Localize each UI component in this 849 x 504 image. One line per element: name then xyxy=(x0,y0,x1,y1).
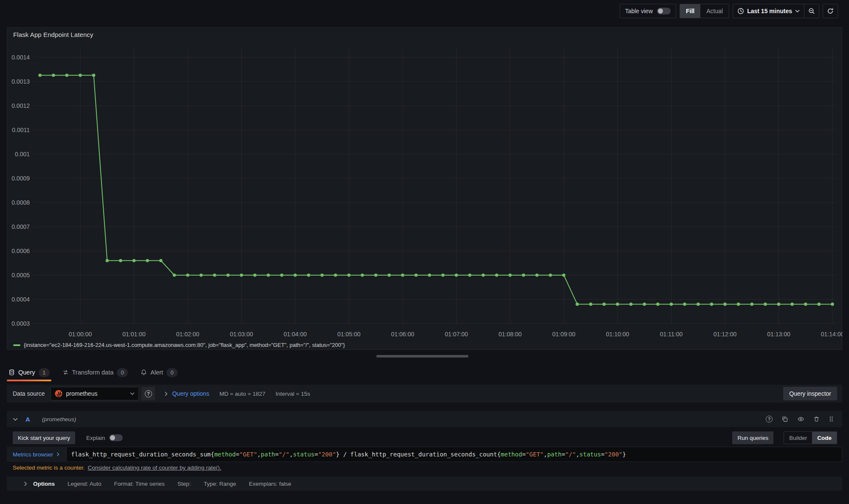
drag-handle[interactable] xyxy=(829,416,834,422)
bell-icon xyxy=(141,369,147,376)
svg-text:01:07:00: 01:07:00 xyxy=(445,331,468,338)
toggle-visibility-button[interactable] xyxy=(797,416,804,422)
toggle-knob xyxy=(658,8,663,14)
editor-tabs: Query 1 Transform data 0 Alert 0 xyxy=(8,363,178,381)
option-format: Format: Time series xyxy=(114,481,165,487)
tab-label: Query xyxy=(18,369,35,376)
svg-text:01:10:00: 01:10:00 xyxy=(606,331,629,338)
query-row-header[interactable]: A (prometheus) ? xyxy=(7,411,842,427)
transform-icon xyxy=(62,369,69,376)
metrics-browser-toggle[interactable]: Metrics browser xyxy=(7,447,66,462)
table-view-toggle[interactable] xyxy=(657,8,671,14)
chevron-right-icon xyxy=(24,481,27,486)
chevron-right-icon xyxy=(56,452,59,456)
grafana-panel-editor: Table view Fill Actual Last 15 minutes xyxy=(0,0,849,504)
chevron-down-icon xyxy=(795,9,800,13)
fill-option[interactable]: Fill xyxy=(680,4,700,18)
legend-item[interactable]: {instance="ec2-184-169-216-224.us-west-1… xyxy=(13,342,345,348)
svg-text:0.0003: 0.0003 xyxy=(11,320,30,327)
option-legend: Legend: Auto xyxy=(68,481,102,487)
svg-text:01:05:00: 01:05:00 xyxy=(337,331,361,338)
counter-warning: Selected metric is a counter. Consider c… xyxy=(13,465,221,471)
datasource-help-button[interactable]: ? xyxy=(141,387,155,400)
trash-icon xyxy=(813,416,820,422)
metrics-browser-label: Metrics browser xyxy=(13,451,53,458)
svg-text:0.0013: 0.0013 xyxy=(11,78,30,85)
svg-text:01:12:00: 01:12:00 xyxy=(714,331,737,338)
time-range-picker[interactable]: Last 15 minutes xyxy=(733,4,804,18)
zoom-out-icon xyxy=(808,8,815,14)
eye-icon xyxy=(797,416,804,422)
refresh-button[interactable] xyxy=(823,4,838,18)
clock-icon xyxy=(737,8,744,14)
svg-text:01:02:00: 01:02:00 xyxy=(176,331,200,338)
time-picker-group: Last 15 minutes xyxy=(733,4,819,18)
kickstart-query-button[interactable]: Kick start your query xyxy=(13,431,75,444)
svg-text:0.0014: 0.0014 xyxy=(11,54,30,61)
table-view-control: Table view xyxy=(620,4,676,18)
legend-series-swatch xyxy=(13,344,20,346)
svg-text:01:09:00: 01:09:00 xyxy=(552,331,575,338)
promql-editor-row: Metrics browser flask_http_request_durat… xyxy=(7,447,842,462)
svg-text:01:08:00: 01:08:00 xyxy=(499,331,522,338)
query-options-toggle[interactable]: Query options xyxy=(164,390,209,397)
tab-label: Alert xyxy=(150,369,163,376)
builder-mode-option[interactable]: Builder xyxy=(784,432,812,444)
tab-label: Transform data xyxy=(72,369,114,376)
delete-query-button[interactable] xyxy=(813,416,820,422)
svg-text:0.0011: 0.0011 xyxy=(12,127,30,133)
tab-query[interactable]: Query 1 xyxy=(8,363,50,381)
legend-series-label: {instance="ec2-184-169-216-224.us-west-1… xyxy=(24,342,345,348)
query-inspector-button[interactable]: Query inspector xyxy=(783,387,837,400)
query-options-collapsed-row[interactable]: Options Legend: Auto Format: Time series… xyxy=(7,476,842,491)
svg-text:01:01:00: 01:01:00 xyxy=(122,331,146,338)
query-help-button[interactable]: ? xyxy=(766,416,773,422)
datasource-name: prometheus xyxy=(66,390,127,397)
promql-expression-input[interactable]: flask_http_request_duration_seconds_sum{… xyxy=(66,447,842,462)
options-label: Options xyxy=(33,481,55,487)
datasource-row: Data source prometheus ? Query options M… xyxy=(7,385,842,403)
option-step: Step: xyxy=(178,481,191,487)
svg-text:0.0009: 0.0009 xyxy=(11,175,30,182)
interval-value: Interval = 15s xyxy=(276,391,310,397)
tab-alert[interactable]: Alert 0 xyxy=(141,363,178,381)
time-range-label: Last 15 minutes xyxy=(747,8,792,14)
collapse-chevron-icon[interactable] xyxy=(13,417,18,421)
refresh-group xyxy=(823,4,838,18)
timeseries-chart[interactable]: 01:00:0001:01:0001:02:0001:03:0001:04:00… xyxy=(7,39,843,341)
code-mode-option[interactable]: Code xyxy=(812,432,837,444)
duplicate-query-button[interactable] xyxy=(781,416,788,422)
chevron-right-icon xyxy=(164,391,168,396)
timeseries-panel: Flask App Endpoint Latency 01:00:0001:01… xyxy=(7,27,842,350)
query-datasource-hint: (prometheus) xyxy=(42,416,76,422)
horizontal-scrollbar-thumb[interactable] xyxy=(376,355,468,358)
svg-text:01:11:00: 01:11:00 xyxy=(660,331,683,338)
explain-toggle[interactable] xyxy=(109,434,123,441)
builder-code-group: Builder Code xyxy=(784,431,837,444)
svg-text:0.0007: 0.0007 xyxy=(11,223,30,230)
svg-text:0.0004: 0.0004 xyxy=(11,296,30,303)
svg-text:0.0006: 0.0006 xyxy=(11,248,30,254)
add-rate-link[interactable]: Consider calculating rate of counter by … xyxy=(88,465,221,471)
query-ref-id[interactable]: A xyxy=(25,416,30,423)
query-options-label: Query options xyxy=(172,390,209,397)
svg-text:01:13:00: 01:13:00 xyxy=(767,331,790,338)
run-queries-button[interactable]: Run queries xyxy=(732,431,773,444)
toggle-knob xyxy=(110,435,115,440)
query-count-badge: 1 xyxy=(39,368,50,377)
database-icon xyxy=(8,369,15,376)
grip-dots-icon xyxy=(829,416,834,422)
tab-transform-data[interactable]: Transform data 0 xyxy=(62,363,128,381)
refresh-icon xyxy=(827,8,834,14)
fill-actual-group: Fill Actual xyxy=(680,4,729,18)
option-type: Type: Range xyxy=(203,481,236,487)
actual-option[interactable]: Actual xyxy=(700,4,729,18)
svg-text:0.001: 0.001 xyxy=(15,151,30,158)
chevron-down-icon xyxy=(130,392,135,395)
datasource-label: Data source xyxy=(13,390,45,397)
alert-count-badge: 0 xyxy=(166,368,178,377)
help-icon: ? xyxy=(145,390,152,397)
zoom-out-button[interactable] xyxy=(804,4,819,18)
table-view-label: Table view xyxy=(625,8,653,14)
datasource-picker[interactable]: prometheus xyxy=(51,387,139,400)
